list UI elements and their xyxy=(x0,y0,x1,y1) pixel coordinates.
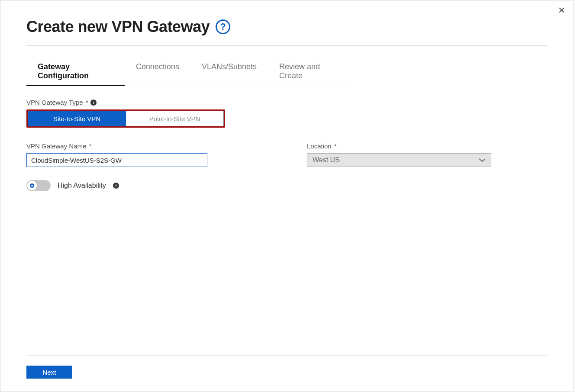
high-availability-toggle[interactable] xyxy=(26,180,51,191)
modal-footer: Next xyxy=(26,356,548,379)
toggle-knob-indicator-icon xyxy=(30,183,34,188)
wizard-tabs: Gateway Configuration Connections VLANs/… xyxy=(26,58,548,87)
tab-gateway-configuration[interactable]: Gateway Configuration xyxy=(26,58,125,86)
toggle-knob xyxy=(27,181,37,190)
option-point-to-site-vpn[interactable]: Point-to-Site VPN xyxy=(126,111,224,126)
help-icon[interactable]: ? xyxy=(216,19,230,34)
label-text: VPN Gateway Name xyxy=(26,142,86,150)
high-availability-label: High Availability xyxy=(58,182,106,190)
vpn-gateway-name-label: VPN Gateway Name * xyxy=(26,142,207,150)
required-asterisk: * xyxy=(86,99,88,106)
vpn-gateway-name-input[interactable] xyxy=(26,153,207,167)
page-title: Create new VPN Gateway xyxy=(26,18,210,36)
tab-review-and-create[interactable]: Review and Create xyxy=(268,58,349,86)
label-text: VPN Gateway Type xyxy=(26,99,83,106)
next-button[interactable]: Next xyxy=(26,366,72,379)
chevron-down-icon xyxy=(479,158,486,162)
tab-vlans-subnets[interactable]: VLANs/Subnets xyxy=(190,58,268,86)
vpn-gateway-type-label: VPN Gateway Type * i xyxy=(26,99,548,106)
location-label: Location * xyxy=(307,142,491,150)
close-icon[interactable]: × xyxy=(556,4,568,16)
required-asterisk: * xyxy=(334,142,337,150)
footer-divider xyxy=(26,356,548,356)
create-vpn-gateway-modal: × Create new VPN Gateway ? Gateway Confi… xyxy=(0,0,574,392)
title-divider xyxy=(26,45,548,46)
tab-connections[interactable]: Connections xyxy=(125,58,190,86)
vpn-gateway-type-selector: Site-to-Site VPN Point-to-Site VPN xyxy=(26,109,225,128)
info-icon[interactable]: i xyxy=(113,183,119,189)
label-text: Location xyxy=(307,142,332,150)
location-select[interactable]: West US xyxy=(307,153,491,167)
location-selected-value: West US xyxy=(313,156,340,164)
option-site-to-site-vpn[interactable]: Site-to-Site VPN xyxy=(28,111,126,126)
required-asterisk: * xyxy=(89,142,91,150)
info-icon[interactable]: i xyxy=(90,100,97,106)
